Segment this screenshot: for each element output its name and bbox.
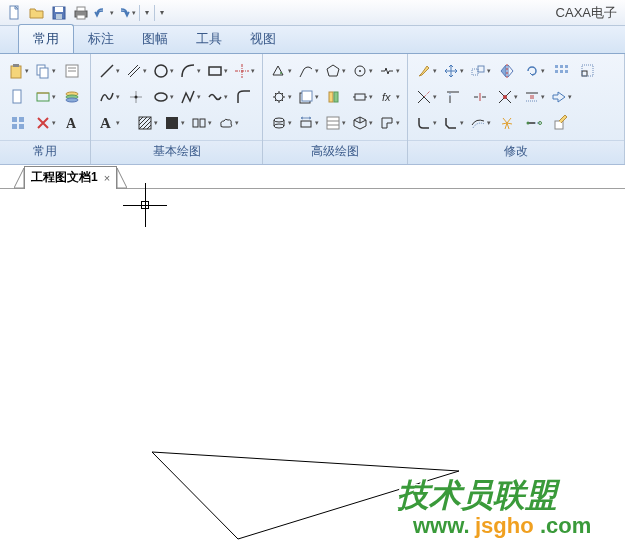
tab-gongju[interactable]: 工具 — [182, 25, 236, 53]
qa-dropdown-2[interactable]: ▾ — [158, 8, 166, 17]
stretch-icon[interactable]: ▾ — [549, 86, 573, 108]
gear-tool-icon[interactable]: ▾ — [269, 86, 293, 108]
library-icon[interactable] — [323, 86, 347, 108]
rectangle-tool-icon[interactable]: ▾ — [205, 60, 229, 82]
app-menu-corner[interactable] — [0, 25, 18, 53]
svg-rect-55 — [334, 92, 338, 102]
scale-icon[interactable] — [576, 60, 600, 82]
svg-text:A: A — [66, 116, 77, 131]
svg-point-27 — [155, 65, 167, 77]
undo-icon[interactable]: ▾ — [92, 3, 114, 23]
dimension-icon[interactable]: ▾ — [296, 112, 320, 134]
svg-rect-44 — [200, 119, 205, 127]
lengthen-icon[interactable] — [522, 112, 546, 134]
tab-shitu[interactable]: 视图 — [236, 25, 290, 53]
axon-tool-icon[interactable]: ▾ — [350, 112, 374, 134]
arc-tool-icon[interactable]: ▾ — [178, 60, 202, 82]
svg-point-45 — [280, 72, 282, 74]
edit-icon[interactable] — [549, 112, 573, 134]
new-icon[interactable] — [6, 86, 30, 108]
svg-point-18 — [66, 98, 78, 102]
copy-icon[interactable]: ▾ — [33, 60, 57, 82]
svg-text:技术员联盟: 技术员联盟 — [397, 477, 561, 513]
spline-tool-icon[interactable]: ▾ — [97, 86, 121, 108]
svg-rect-77 — [565, 70, 568, 73]
symbol-block-icon[interactable]: ▾ — [189, 112, 213, 134]
explode-icon[interactable] — [495, 112, 519, 134]
svg-rect-14 — [13, 90, 21, 103]
open-icon[interactable] — [26, 3, 48, 23]
component-icon[interactable]: ▾ — [350, 86, 374, 108]
block-insert-icon[interactable]: ▾ — [296, 86, 320, 108]
cloud-tool-icon[interactable]: ▾ — [216, 112, 240, 134]
delete-icon[interactable]: ▾ — [33, 112, 57, 134]
polyline-tool-icon[interactable]: ▾ — [178, 86, 202, 108]
line-tool-icon[interactable]: ▾ — [97, 60, 121, 82]
svg-rect-76 — [560, 70, 563, 73]
copy-move-icon[interactable]: ▾ — [468, 60, 492, 82]
extend-icon[interactable] — [441, 86, 465, 108]
partlist-icon[interactable]: ▾ — [323, 112, 347, 134]
layers-icon[interactable] — [60, 86, 84, 108]
close-tab-icon[interactable]: × — [104, 172, 110, 184]
chamfer-icon[interactable]: ▾ — [441, 112, 465, 134]
svg-point-60 — [274, 118, 284, 122]
hole-tool-icon[interactable]: ▾ — [269, 112, 293, 134]
svg-marker-46 — [327, 65, 339, 76]
redo-icon[interactable]: ▾ — [114, 3, 136, 23]
polygon-tool-icon[interactable]: ▾ — [323, 60, 347, 82]
ribbon-group-jiben: ▾ ▾ ▾ ▾ ▾ ▾ ▾ ▾ ▾ ▾ A▾ ▾ ▾ ▾ ▾ — [91, 54, 263, 164]
fill-tool-icon[interactable]: ▾ — [162, 112, 186, 134]
split-icon[interactable]: ▾ — [522, 86, 546, 108]
hatch-tool-icon[interactable]: ▾ — [135, 112, 159, 134]
save-icon[interactable] — [48, 3, 70, 23]
brush-icon[interactable]: ▾ — [414, 60, 438, 82]
wave-line-icon[interactable]: ▾ — [205, 86, 229, 108]
separator — [154, 5, 155, 21]
svg-line-81 — [418, 97, 424, 103]
properties-match-icon[interactable] — [60, 60, 84, 82]
edge-icon[interactable] — [468, 86, 492, 108]
pline-icon[interactable] — [232, 86, 256, 108]
svg-rect-72 — [555, 65, 558, 68]
svg-point-51 — [275, 93, 283, 101]
fillet-icon[interactable]: ▾ — [414, 112, 438, 134]
new-doc-icon[interactable] — [4, 3, 26, 23]
rotate-icon[interactable]: ▾ — [522, 60, 546, 82]
svg-rect-6 — [77, 15, 85, 19]
paste-icon[interactable]: ▾ — [6, 60, 30, 82]
document-tab-active[interactable]: 工程图文档1 × — [24, 166, 117, 189]
circle-tool-icon[interactable]: ▾ — [151, 60, 175, 82]
centerline-icon[interactable]: ▾ — [232, 60, 256, 82]
tangent-arc-icon[interactable]: ▾ — [296, 60, 320, 82]
text-big-icon[interactable]: A▾ — [97, 112, 121, 134]
formula-icon[interactable]: fx▾ — [377, 86, 401, 108]
mirror-icon[interactable] — [495, 60, 519, 82]
trim-icon[interactable]: ▾ — [414, 86, 438, 108]
parallel-line-icon[interactable]: ▾ — [124, 60, 148, 82]
tab-biaozhu[interactable]: 标注 — [74, 25, 128, 53]
point-tool-icon[interactable] — [124, 86, 148, 108]
svg-rect-74 — [565, 65, 568, 68]
svg-line-41 — [147, 125, 151, 129]
array-icon[interactable] — [549, 60, 573, 82]
boundary-icon[interactable]: ▾ — [377, 112, 401, 134]
intersect-icon[interactable]: ▾ — [495, 86, 519, 108]
circle-dot-icon[interactable]: ▾ — [350, 60, 374, 82]
tab-tufu[interactable]: 图幅 — [128, 25, 182, 53]
svg-rect-66 — [327, 117, 339, 129]
group-icon[interactable] — [6, 112, 30, 134]
break-icon[interactable]: ▾ — [377, 60, 401, 82]
document-tab-label: 工程图文档1 — [31, 169, 98, 186]
svg-rect-56 — [355, 94, 365, 100]
select-icon[interactable]: ▾ — [33, 86, 57, 108]
ellipse-tool-icon[interactable]: ▾ — [151, 86, 175, 108]
offset-icon[interactable]: ▾ — [468, 112, 492, 134]
tab-changyong[interactable]: 常用 — [18, 24, 74, 53]
qa-customize-dropdown[interactable]: ▾ — [143, 8, 151, 17]
svg-rect-64 — [301, 121, 311, 127]
move-tool-icon[interactable]: ▾ — [441, 60, 465, 82]
polyline2-icon[interactable]: ▾ — [269, 60, 293, 82]
text-tool-icon[interactable]: A — [60, 112, 84, 134]
print-icon[interactable] — [70, 3, 92, 23]
